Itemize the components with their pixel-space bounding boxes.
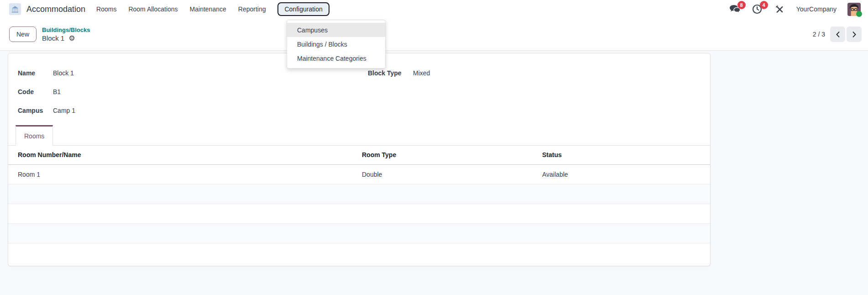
messages-count-badge: 8 [737, 1, 746, 9]
field-code: Code B1 [18, 82, 75, 101]
tab-rooms[interactable]: Rooms [16, 125, 53, 146]
pager-previous-button[interactable] [830, 26, 845, 42]
main-menu: Rooms Room Allocations Maintenance Repor… [96, 5, 266, 13]
column-header-room-type[interactable]: Room Type [362, 151, 542, 158]
column-header-status[interactable]: Status [542, 151, 710, 158]
cell-room-type[interactable]: Double [362, 171, 542, 178]
record-pager: 2 / 3 [813, 26, 862, 42]
field-code-value[interactable]: B1 [53, 88, 61, 95]
form-fields-left: Name Block 1 Code B1 Campus Camp 1 [18, 63, 75, 120]
menu-configuration-button[interactable]: Configuration [277, 2, 329, 16]
configuration-dropdown-menu: Campuses Buildings / Blocks Maintenance … [287, 20, 386, 68]
breadcrumb-current: Block 1 ⚙ [42, 34, 90, 42]
field-name: Name Block 1 [18, 63, 75, 82]
dropdown-item-campuses[interactable]: Campuses [287, 23, 385, 37]
field-campus: Campus Camp 1 [18, 101, 75, 120]
field-block-type-label: Block Type [368, 69, 413, 77]
dropdown-item-buildings-blocks[interactable]: Buildings / Blocks [287, 37, 385, 51]
menu-rooms[interactable]: Rooms [96, 5, 116, 13]
empty-row [8, 204, 710, 224]
chevron-right-icon [852, 31, 857, 38]
breadcrumb-parent-link[interactable]: Buildings/Blocks [42, 26, 90, 33]
pager-counter: 2 / 3 [813, 31, 825, 38]
cell-room-name[interactable]: Room 1 [8, 171, 362, 178]
control-panel: New Buildings/Blocks Block 1 ⚙ 2 / 3 [0, 18, 868, 51]
cell-room-status[interactable]: Available [542, 171, 710, 178]
systray: 8 4 YourCompany [729, 3, 862, 16]
empty-row [8, 243, 710, 266]
field-block-type-value[interactable]: Mixed [413, 69, 430, 77]
menu-maintenance[interactable]: Maintenance [190, 5, 226, 13]
top-navbar: Accommodation Rooms Room Allocations Mai… [0, 0, 868, 18]
column-header-room-number-name[interactable]: Room Number/Name [8, 151, 362, 158]
online-status-dot [856, 11, 862, 17]
rooms-table: Room Number/Name Room Type Status Room 1… [8, 145, 710, 266]
menu-reporting[interactable]: Reporting [238, 5, 266, 13]
tools-icon[interactable] [774, 4, 785, 14]
notebook-tabs: Rooms [8, 125, 710, 146]
tools-glyph [775, 5, 784, 14]
table-row-room-1[interactable]: Room 1 Double Available [8, 165, 710, 184]
chevron-left-icon [835, 31, 841, 38]
breadcrumb: Buildings/Blocks Block 1 ⚙ [42, 26, 90, 42]
activities-count-badge: 4 [760, 1, 768, 9]
empty-row [8, 224, 710, 243]
new-record-button[interactable]: New [9, 26, 37, 42]
pager-buttons [830, 26, 862, 42]
activities-clock-icon[interactable]: 4 [752, 4, 763, 14]
field-campus-label: Campus [18, 107, 53, 114]
empty-row [8, 184, 710, 204]
content-background: Name Block 1 Code B1 Campus Camp 1 Block… [0, 51, 868, 295]
field-name-label: Name [18, 69, 53, 77]
breadcrumb-current-title: Block 1 [42, 34, 64, 42]
field-name-value[interactable]: Block 1 [53, 69, 74, 77]
dropdown-item-maintenance-categories[interactable]: Maintenance Categories [287, 51, 385, 65]
field-campus-value[interactable]: Camp 1 [53, 107, 75, 114]
pager-next-button[interactable] [847, 26, 862, 42]
messages-icon[interactable]: 8 [729, 4, 741, 14]
gear-icon[interactable]: ⚙ [68, 35, 75, 42]
company-switcher[interactable]: YourCompany [796, 5, 837, 13]
menu-room-allocations[interactable]: Room Allocations [128, 5, 178, 13]
building-glyph [11, 5, 19, 13]
form-sheet: Name Block 1 Code B1 Campus Camp 1 Block… [8, 53, 711, 266]
rooms-table-header: Room Number/Name Room Type Status [8, 145, 710, 165]
user-avatar[interactable] [847, 3, 861, 16]
app-title: Accommodation [26, 5, 85, 14]
app-building-icon[interactable] [9, 3, 21, 15]
field-code-label: Code [18, 88, 53, 95]
